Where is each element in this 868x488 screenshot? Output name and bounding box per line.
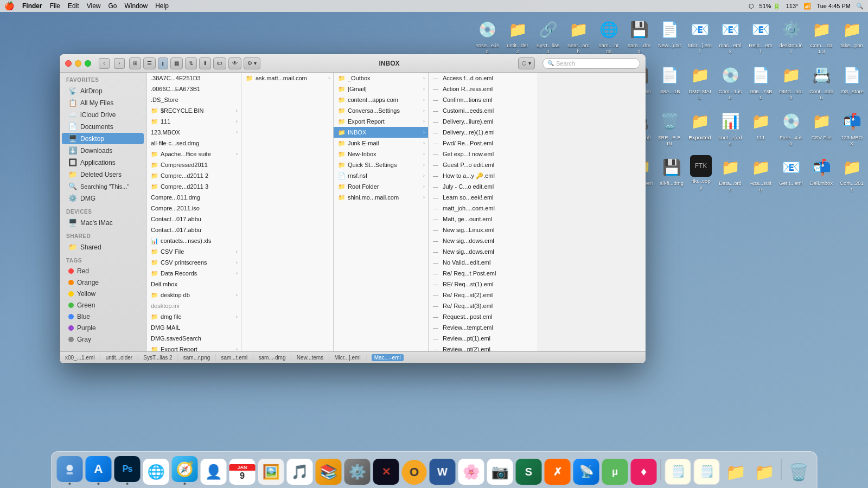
desktop-icon-desktopini[interactable]: ⚙️ desktop.ini [777, 15, 805, 57]
desktop-icon-dmgarch[interactable]: 📁 DMG...arch [777, 61, 805, 103]
desktop-icon-apasuite[interactable]: 📁 Apa...suite [746, 153, 775, 195]
tag-btn[interactable]: 🏷 [213, 57, 226, 69]
list-item[interactable]: Compre...2011.iso [146, 203, 241, 214]
dock-item-itunes[interactable]: 🎵 [287, 459, 313, 485]
sidebar-item-documents[interactable]: 📄 Documents [62, 121, 144, 132]
view-column-btn[interactable]: ⫿ [158, 57, 168, 69]
sidebar-item-tag-red[interactable]: Red [62, 266, 144, 277]
dock-item-word[interactable]: W [430, 459, 456, 485]
desktop-icon-38a1b[interactable]: 📄 .38A...1B [655, 61, 684, 97]
list-item[interactable]: 📊contacts...nses).xls [146, 235, 241, 246]
dock-item-photoshop[interactable]: Ps [114, 456, 141, 485]
list-item[interactable]: —New sig...dows.eml [429, 246, 537, 257]
dock-item-folder[interactable]: 📁 [723, 459, 749, 485]
list-item[interactable]: Dell.mbox [146, 279, 241, 290]
desktop-icon-dellmbox[interactable]: 📬 Dell.mbox [807, 153, 835, 188]
view-icon-btn[interactable]: ⊞ [129, 57, 141, 69]
dock-item-trash[interactable]: 🗑️ [786, 459, 812, 485]
sidebar-item-tag-purple[interactable]: Purple [62, 323, 144, 333]
desktop-icon-dmgmail[interactable]: 📁 DMG MAIL [686, 61, 714, 103]
desktop-icon-123mbox[interactable]: 📬 123.MBOX [838, 107, 866, 149]
desktop-icon-dataords[interactable]: 📁 Data...ords [716, 153, 744, 195]
list-item[interactable]: 📁Apache...ffice suite› [146, 149, 241, 159]
list-item[interactable]: 📁CSV File› [146, 246, 241, 257]
sidebar-item-tag-blue[interactable]: Blue [62, 311, 144, 322]
list-item[interactable]: 📁Root Folder› [334, 181, 428, 192]
list-item[interactable]: DMG.savedSearch [146, 333, 241, 344]
list-item[interactable]: —New sig...dows.eml [429, 235, 537, 246]
desktop-icon-contabbu[interactable]: 📇 Cont...abbu [807, 61, 835, 103]
dock-item-xapp[interactable]: ✕ [373, 459, 399, 485]
list-item[interactable]: 📁Data Records› [146, 268, 241, 279]
dock-item-airdrop-dock[interactable]: 📡 [573, 459, 599, 485]
desktop-icon-111[interactable]: 📁 111 [746, 107, 775, 143]
list-item[interactable]: all-file-c...sed.dmg [146, 138, 241, 149]
list-item-inbox[interactable]: 📁INBOX› [334, 127, 428, 138]
list-item[interactable]: 📁Export Report› [334, 116, 428, 127]
sidebar-item-deleted-users[interactable]: 📁 Deleted Users [62, 169, 144, 180]
list-item[interactable]: —Re/ Req...st(2).eml [429, 290, 537, 300]
desktop-icon-free4iso[interactable]: 💿 Free...4.iso [777, 107, 805, 149]
desktop-icon-getteml[interactable]: 📧 Get t...eml [777, 153, 805, 188]
minimize-button[interactable] [75, 60, 81, 67]
apple-menu-icon[interactable]: 🍎 [4, 1, 15, 11]
view-options-btn[interactable]: 👁 [228, 57, 241, 69]
dock-item-photos[interactable]: 📷 [487, 459, 513, 485]
dock-item-calendar[interactable]: JAN 9 [229, 459, 256, 485]
desktop-icon-ftkicopy[interactable]: FTK ftki...copy [688, 153, 714, 192]
list-item[interactable]: 📁CSV printscreens› [146, 257, 241, 268]
sidebar-item-shared[interactable]: 📁 Shared [62, 241, 144, 253]
list-item[interactable]: 📁New-Inbox› [334, 149, 428, 159]
sidebar-item-tag-yellow[interactable]: Yellow [62, 288, 144, 299]
desktop-icon-search[interactable]: 📁 Sear...arch [564, 15, 592, 57]
share-btn[interactable]: ⬆ [199, 57, 211, 69]
list-item[interactable]: —Action R...ress.eml [429, 84, 537, 94]
desktop-icon-samhtml[interactable]: 🌐 sam....html [595, 15, 623, 57]
list-item[interactable]: —July - C...o edit.eml [429, 181, 537, 192]
sidebar-item-tag-gray[interactable]: Gray [62, 334, 144, 345]
desktop-icon-com0113[interactable]: 📁 Com....011 3 [807, 15, 835, 57]
list-item[interactable]: 📁111› [146, 116, 241, 127]
list-item[interactable]: —Review...pt(2).eml [429, 344, 537, 351]
list-item[interactable]: 📁Export Report› [146, 344, 241, 351]
menubar-go[interactable]: Go [108, 2, 117, 10]
sidebar-item-dmg[interactable]: ⚙️ DMG [62, 192, 144, 204]
dock-item-sysprefs[interactable]: ⚙️ [344, 459, 371, 485]
list-item[interactable]: —New sig...Linux.eml [429, 224, 537, 235]
close-button[interactable] [65, 60, 72, 67]
desktop-icon-syst[interactable]: 🔗 SysT...lias 3 [534, 15, 562, 57]
search-bar[interactable]: 🔍 Search [542, 58, 640, 69]
menubar-search-icon[interactable]: 🔍 [856, 3, 864, 10]
menubar-window[interactable]: Window [125, 2, 148, 10]
list-item[interactable]: 📁[Gmail]› [334, 84, 428, 94]
list-item[interactable]: 📁dmg file› [146, 311, 241, 322]
dock-item-safari[interactable]: 🧭 [172, 456, 198, 485]
list-item[interactable]: —matt_joh....com.eml [429, 203, 537, 214]
dock-item-gallery[interactable]: 🌸 [458, 459, 484, 485]
list-item[interactable]: .DS_Store [146, 94, 241, 105]
desktop-icon-csvfile[interactable]: 📁 CSV File [807, 107, 835, 143]
dropbox-btn[interactable]: ⬡ ▾ [518, 57, 535, 69]
list-item[interactable]: Contact...017.abbu [146, 214, 241, 224]
list-item[interactable]: 📁Compre...d2011 2 [146, 170, 241, 181]
list-item[interactable]: —Fwd/ Re...Post.eml [429, 138, 537, 149]
list-item[interactable]: —Customi...eeds.eml [429, 105, 537, 116]
desktop-icon-samdmg[interactable]: 💾 sam....dmg [625, 15, 653, 57]
list-item[interactable]: 📁shini.mo...mail.com› [334, 192, 428, 203]
arrange-btn[interactable]: ⇅ [185, 57, 197, 69]
menubar-file[interactable]: File [50, 2, 60, 10]
dock-item-oracle[interactable]: O [402, 460, 427, 485]
maximize-button[interactable] [85, 60, 91, 67]
desktop-icon-recycle[interactable]: 🗑️ $RE...E.BIN [655, 107, 684, 149]
desktop-icon-com2011[interactable]: 📁 Com...2011 [838, 153, 866, 195]
dock-item-preview[interactable]: 🖼️ [258, 459, 284, 485]
dock-item-xampp[interactable]: ✗ [545, 459, 571, 485]
sidebar-item-tag-green[interactable]: Green [62, 300, 144, 311]
list-item[interactable]: —Access f...d on.eml [429, 73, 537, 84]
menubar-help[interactable]: Help [155, 2, 169, 10]
list-item[interactable]: 📁desktop db› [146, 290, 241, 300]
desktop-icon-contxls[interactable]: 📊 cont...s).xls [716, 107, 744, 149]
view-cover-btn[interactable]: ▦ [170, 57, 183, 69]
list-item[interactable]: —Review...pt(1).eml [429, 333, 537, 344]
list-item[interactable]: 📁Compressed2011 [146, 159, 241, 170]
